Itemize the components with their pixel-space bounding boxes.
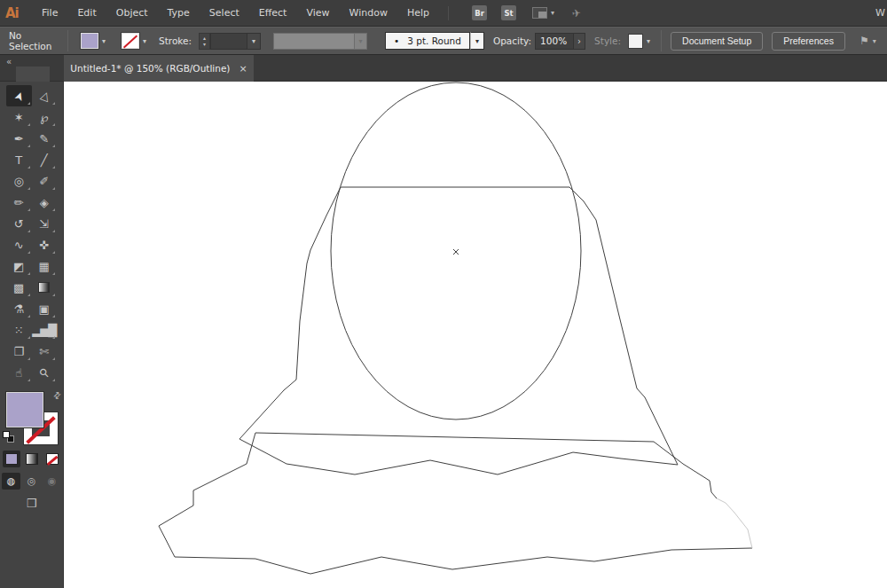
curvature-tool[interactable]: ✎ — [32, 128, 58, 149]
menu-help[interactable]: Help — [397, 0, 439, 26]
drape-outline[interactable] — [159, 433, 752, 574]
zoom-tool[interactable]: ⚲ — [32, 362, 58, 383]
bridge-button[interactable]: Br — [472, 5, 487, 20]
menu-object[interactable]: Object — [106, 0, 158, 26]
shape-builder-tool[interactable]: ◩ — [6, 255, 32, 277]
document-tab-bar: « Untitled-1* @ 150% (RGB/Outline) × — [0, 55, 887, 82]
pen-tool[interactable]: ✒ — [6, 128, 32, 149]
menubar-divider — [448, 6, 449, 20]
brush-definition-value: 3 pt. Round — [407, 35, 461, 46]
brush-definition-dropdown[interactable]: • 3 pt. Round — [385, 32, 470, 50]
face-ellipse[interactable] — [331, 82, 581, 419]
menu-select[interactable]: Select — [200, 0, 249, 26]
artboard-tool[interactable]: ❐ — [6, 341, 32, 362]
opacity-arrow-button[interactable]: › — [574, 33, 585, 50]
brush-preview-dot: • — [394, 35, 399, 46]
draw-normal-button[interactable]: ◍ — [2, 473, 20, 490]
hand-tool[interactable]: ☝ — [6, 362, 32, 383]
mesh-icon: ▩ — [13, 282, 24, 294]
document-setup-button[interactable]: Document Setup — [671, 32, 763, 51]
divider — [661, 30, 662, 51]
stroke-color-dropdown[interactable]: ▾ — [122, 33, 150, 49]
chevron-down-icon[interactable]: ▾ — [551, 9, 554, 17]
slice-tool[interactable]: ✄ — [32, 341, 58, 362]
direct-selection-tool[interactable]: ▷ — [32, 85, 58, 106]
drape-outline-faded[interactable] — [717, 498, 752, 548]
direct-selection-icon: ▷ — [37, 90, 51, 102]
ellipse-icon: ◎ — [14, 176, 24, 187]
lasso-tool[interactable]: ℘ — [32, 106, 58, 128]
hijab-outline[interactable] — [239, 187, 678, 474]
style-chevron[interactable]: ▾ — [643, 37, 654, 45]
divider — [67, 30, 68, 51]
magic-wand-tool[interactable]: ✶ — [6, 106, 32, 128]
menu-type[interactable]: Type — [158, 0, 200, 26]
perspective-grid-icon: ▦ — [39, 261, 50, 272]
rotate-tool[interactable]: ↺ — [6, 213, 32, 234]
selection-tool[interactable]: ➤ — [6, 85, 32, 106]
column-graph-icon: ▂▅█ — [32, 325, 56, 336]
gradient-button[interactable] — [23, 451, 41, 467]
symbol-sprayer-tool[interactable]: ⁙ — [6, 319, 32, 341]
stock-button[interactable]: St — [501, 5, 516, 20]
color-button[interactable] — [3, 451, 20, 467]
stepper-up-icon[interactable]: ▴ — [203, 35, 206, 41]
document-tab[interactable]: Untitled-1* @ 150% (RGB/Outline) × — [64, 55, 254, 82]
gradient-tool[interactable] — [32, 277, 58, 298]
menu-window[interactable]: Window — [340, 0, 397, 26]
document-tab-title: Untitled-1* @ 150% (RGB/Outline) — [70, 63, 230, 74]
swap-fill-stroke-icon[interactable]: ⇄ — [51, 389, 63, 402]
change-screen-mode-button[interactable]: ❒ — [0, 497, 63, 510]
workspace-layout-icon[interactable] — [532, 7, 547, 19]
align-flag-icon[interactable]: ⚑ — [860, 35, 869, 47]
scale-icon: ⇲ — [39, 218, 49, 230]
eraser-tool[interactable]: ◈ — [32, 192, 58, 213]
menu-file[interactable]: File — [32, 0, 67, 26]
opacity-label: Opacity: — [493, 35, 531, 46]
brush-definition-chevron[interactable]: ▾ — [470, 32, 484, 50]
paintbrush-tool[interactable]: ✐ — [32, 170, 58, 192]
canvas[interactable] — [64, 82, 887, 588]
scale-tool[interactable]: ⇲ — [32, 213, 58, 234]
main-menu: FileEditObjectTypeSelectEffectViewWindow… — [32, 0, 439, 26]
style-swatch[interactable] — [628, 34, 643, 49]
draw-behind-button[interactable]: ◎ — [22, 473, 41, 490]
chevron-down-icon[interactable]: ▾ — [873, 37, 876, 45]
puppet-warp-tool[interactable]: ✜ — [32, 234, 58, 255]
stepper-down-icon[interactable]: ▾ — [203, 41, 206, 47]
collapse-panel-icon[interactable]: « — [6, 57, 12, 67]
menu-view[interactable]: View — [296, 0, 339, 26]
draw-inside-button[interactable]: ◉ — [43, 473, 61, 490]
ellipse-tool[interactable]: ◎ — [6, 170, 32, 192]
menu-edit[interactable]: Edit — [67, 0, 106, 26]
blend-tool[interactable]: ▣ — [32, 298, 58, 319]
menu-effect[interactable]: Effect — [249, 0, 297, 26]
chevron-down-icon[interactable]: ▾ — [98, 37, 109, 45]
none-button[interactable] — [43, 451, 61, 467]
line-segment-tool[interactable]: ╱ — [32, 149, 58, 170]
stroke-weight-chevron[interactable]: ▾ — [247, 33, 261, 50]
share-icon[interactable]: ✈ — [571, 6, 582, 20]
selection-icon: ➤ — [12, 90, 26, 103]
default-fill-stroke-icon[interactable] — [3, 431, 14, 443]
opacity-value[interactable]: 100% — [535, 33, 574, 50]
mesh-tool[interactable]: ▩ — [6, 277, 32, 298]
artwork[interactable] — [64, 82, 886, 587]
perspective-grid-tool[interactable]: ▦ — [32, 255, 58, 277]
type-tool[interactable]: T — [6, 149, 32, 170]
fill-color-dropdown[interactable]: ▾ — [81, 33, 109, 49]
close-icon[interactable]: × — [239, 63, 247, 74]
eyedropper-tool[interactable]: ⚗ — [6, 298, 32, 319]
fill-color-swatch[interactable] — [81, 33, 98, 49]
control-bar: No Selection ▾ ▾ Stroke: ▴ ▾ ▾ ▾ • 3 pt.… — [0, 27, 887, 55]
stroke-weight-value[interactable] — [210, 33, 247, 50]
fill-indicator[interactable] — [6, 392, 43, 427]
width-profile-chevron: ▾ — [355, 33, 367, 50]
stroke-weight-stepper[interactable]: ▴ ▾ — [199, 33, 210, 50]
preferences-button[interactable]: Preferences — [772, 32, 845, 51]
width-tool[interactable]: ∿ — [6, 234, 32, 255]
column-graph-tool[interactable]: ▂▅█ — [32, 319, 58, 341]
stroke-none-swatch[interactable] — [122, 33, 139, 49]
chevron-down-icon[interactable]: ▾ — [139, 37, 150, 45]
shaper-tool[interactable]: ✏ — [6, 192, 32, 213]
